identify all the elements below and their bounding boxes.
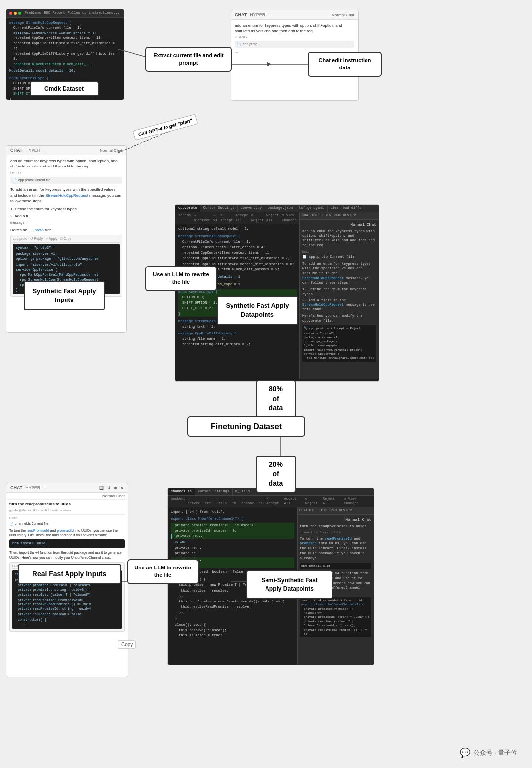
file-icon-tr: 📄 xyxy=(237,42,241,47)
tab-convert: convert.py xyxy=(238,205,265,212)
semi-synthetic-label: Semi-Synthetic Fast Apply Datapoints xyxy=(246,570,332,599)
terminal-tab-bed: BED Report xyxy=(44,11,65,16)
tab-clean-bad: clean_bad_diffs xyxy=(328,205,365,212)
synthetic-datapoints-label: Synthetic Fast Apply Datapoints xyxy=(217,296,298,325)
tab-channel-ts: channel.ts xyxy=(168,488,195,495)
extract-label-box: Extract current file and edit prompt xyxy=(145,47,232,72)
rewrite-label-top: Use an LLM to rewrite the file xyxy=(145,266,217,291)
watermark: 💬 公众号 · 量子位 xyxy=(460,747,517,758)
chat-header-bottom-left: CHAT HYPER ··· 🔲 ↺ ⊕ ✕ xyxy=(6,483,128,493)
dot-green xyxy=(18,12,21,15)
twenty-text: 20%ofdata xyxy=(262,460,290,489)
chat-edit-label: Chat edit instruction data xyxy=(308,52,382,77)
chat-header-top-right: CHAT HYPER ··· Normal Chat xyxy=(231,10,358,20)
chat-hyper-label: CHAT xyxy=(235,12,247,17)
tab-cpp-proto: cpp.proto xyxy=(175,205,200,212)
ellipsis-label: ··· xyxy=(268,13,271,17)
ide-card-mid: cpp.proto Cursor Settings convert.py pac… xyxy=(175,204,379,382)
chat-body-mid-left: add an enum for keypress types with opti… xyxy=(6,155,126,300)
copy-label[interactable]: Copy xyxy=(118,640,136,649)
ide-action-bar-bottom: backend → server → src → utils → fm → ch… xyxy=(168,496,374,508)
tab-tsf-gen: tsf.gen.yaml xyxy=(296,205,327,212)
using-label-tr: USING xyxy=(235,35,354,40)
dot-yellow xyxy=(14,12,17,15)
twenty-percent-badge: 20%ofdata xyxy=(256,456,296,493)
ide-tab-bar: cpp.proto Cursor Settings convert.py pac… xyxy=(175,205,379,212)
diagram-container: Problems BED Report Follow-up instructio… xyxy=(0,0,532,768)
dot-red xyxy=(9,12,12,15)
wechat-icon: 💬 xyxy=(460,747,470,758)
tab-package: package.json xyxy=(265,205,296,212)
ide-chat-content: Normal Chat add an enum for keypress typ… xyxy=(300,220,379,364)
tab-cursor-settings-b: Cursor Settings xyxy=(195,488,233,495)
normal-chat-bar: Normal Chat xyxy=(6,493,128,500)
finetune-dataset-box: Finetuning Dataset xyxy=(187,416,305,437)
tab-m-utils-b: m_utils xyxy=(233,488,253,495)
hyper-label: HYPER xyxy=(250,12,265,17)
tab-cursor-settings: Cursor Settings xyxy=(200,205,238,212)
terminal-tab-problems: Problems xyxy=(25,11,41,16)
rewrite-label-bottom: Use an LLM to rewrite the file xyxy=(127,559,199,584)
plan-label: Call GPT-4 to get "plan" xyxy=(133,114,198,140)
terminal-tab-followup: Follow-up instructions... xyxy=(68,11,120,16)
chat-header-mid-left: CHAT HYPER ··· Normal Chat xyxy=(6,146,126,155)
normal-chat-label-tr: Normal Chat xyxy=(332,13,354,17)
eighty-percent-badge: 80%ofdata xyxy=(256,380,296,417)
ide-chat-panel: CHAT HYPER BIG CMDK REVIEW Normal Chat a… xyxy=(300,212,379,379)
real-fast-label: Real Fast Apply Inputs xyxy=(18,564,121,584)
chat-prompt-tr: add an enum for keypress types with opti… xyxy=(235,23,354,33)
cmdk-dataset-label: Cmdk Dataset xyxy=(30,81,99,96)
eighty-text: 80%ofdata xyxy=(262,384,290,413)
file-ref-tr: 📄 cpp.proto xyxy=(235,41,354,48)
ide-action-bar: schema → aiserver → v1 ⌘ Accept Accept A… xyxy=(175,212,299,225)
synthetic-inputs-label: Synthetic Fast Apply Inputs xyxy=(24,281,105,310)
terminal-header: Problems BED Report Follow-up instructio… xyxy=(6,9,124,18)
